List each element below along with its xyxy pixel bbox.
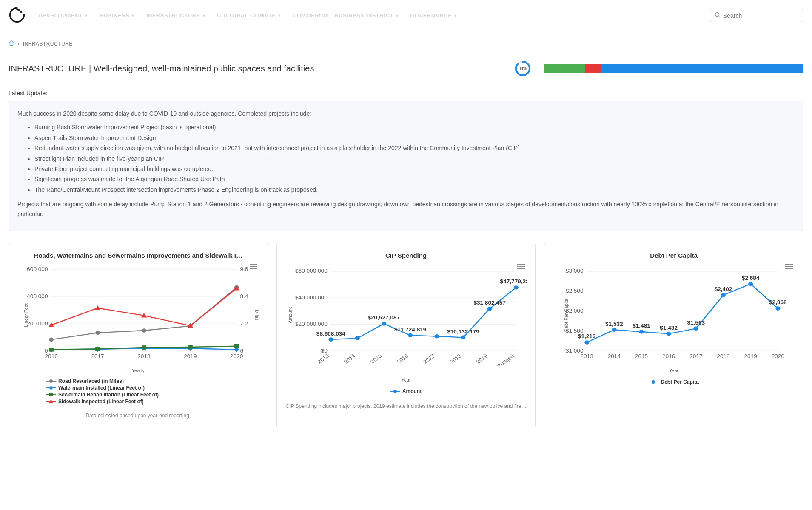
update-outro: Projects that are ongoing with some dela… [17, 199, 795, 219]
header: DEVELOPMENT▾ BUSINESS▾ INFRASTRUCTURE▾ C… [0, 0, 812, 31]
update-bullet: Burning Bush Stormwater Improvement Proj… [34, 123, 795, 132]
chart-card-debt: Debt Per Capita Debt Per Capita $1 000$1… [544, 244, 803, 427]
legend-item: Road Resurfaced (in Miles) [46, 378, 260, 384]
svg-rect-31 [95, 347, 100, 351]
legend-item: Watermain Installed (Linear Feet of) [46, 385, 260, 391]
update-bullet: Aspen Trails Stormwater Improvement Desi… [34, 133, 795, 142]
svg-point-25 [49, 337, 54, 342]
chart-title-cip: CIP Spending [285, 252, 528, 259]
svg-text:2015: 2015 [369, 353, 383, 365]
chevron-down-icon: ▾ [85, 13, 88, 18]
nav-governance[interactable]: GOVERNANCE▾ [410, 12, 457, 19]
search-input[interactable] [723, 12, 799, 19]
progress-donut: 86% [514, 60, 531, 77]
svg-text:$2,402: $2,402 [715, 286, 732, 292]
chart-legend-debt: Debt Per Capita [552, 378, 795, 386]
x-axis-label-cip: Year [285, 377, 528, 382]
breadcrumb-current: INFRASTRUCTURE [23, 41, 73, 47]
x-axis-label-debt: Year [552, 368, 795, 373]
nav-commercial-business-district[interactable]: COMMERCIAL BUSINESS DISTRICT▾ [293, 12, 398, 19]
svg-text:$3 000: $3 000 [566, 268, 584, 274]
chart-legend-cip: Amount [285, 387, 528, 395]
svg-point-0 [20, 11, 22, 13]
legend-item: Amount [390, 388, 422, 394]
chart-footer-roads: Data collected based upon year-end repor… [17, 412, 260, 419]
svg-text:2017: 2017 [91, 353, 104, 359]
svg-text:2016: 2016 [662, 353, 675, 359]
svg-text:$1,481: $1,481 [633, 323, 651, 329]
nav-cultural-climate[interactable]: CULTURAL CLIMATE▾ [217, 12, 280, 19]
svg-text:2018: 2018 [137, 353, 150, 359]
svg-text:2020: 2020 [230, 353, 243, 359]
y-axis-label-cip: Amount [288, 307, 293, 323]
chevron-down-icon: ▾ [454, 13, 457, 18]
svg-text:2014: 2014 [342, 353, 356, 365]
home-icon[interactable] [9, 40, 14, 47]
chart-area-roads: Linear Feet Miles 0200 000400 000600 000… [17, 264, 260, 366]
svg-point-67 [514, 285, 519, 290]
svg-point-61 [355, 336, 359, 340]
svg-text:$10,132,179: $10,132,179 [447, 328, 479, 334]
svg-point-97 [585, 340, 590, 345]
progress-percent: 86% [519, 66, 527, 71]
svg-rect-32 [142, 345, 146, 350]
chart-card-cip: CIP Spending Amount $0$20 000 000$40 000… [276, 244, 536, 427]
svg-text:$2 500: $2 500 [566, 288, 584, 294]
charts-row: Roads, Watermains and Sewermains Improve… [9, 244, 803, 427]
svg-point-102 [721, 293, 726, 297]
chart-area-cip: Amount $0$20 000 000$40 000 000$60 000 0… [285, 264, 528, 366]
svg-text:$8,608,034: $8,608,034 [316, 331, 345, 336]
svg-text:2019: 2019 [184, 353, 197, 359]
chevron-down-icon: ▾ [396, 13, 399, 18]
legend-item: Sewermain Rehabilitation (Linear Feet of… [46, 392, 260, 398]
svg-point-1 [715, 13, 719, 17]
search-box[interactable] [710, 9, 803, 22]
status-segment [601, 64, 803, 73]
main-nav: DEVELOPMENT▾ BUSINESS▾ INFRASTRUCTURE▾ C… [38, 12, 710, 19]
svg-text:2016: 2016 [395, 353, 409, 365]
svg-text:2019: 2019 [744, 353, 757, 359]
svg-text:2019: 2019 [475, 353, 489, 365]
svg-text:2020: 2020 [772, 353, 784, 359]
nav-business[interactable]: BUSINESS▾ [100, 12, 134, 19]
chevron-down-icon: ▾ [132, 13, 134, 18]
svg-text:2018: 2018 [717, 353, 730, 359]
breadcrumb-sep: / [18, 41, 20, 47]
svg-point-62 [382, 322, 386, 326]
svg-point-60 [328, 337, 333, 342]
page-title: INFRASTRUCTURE | Well-designed, well-mai… [9, 64, 501, 74]
svg-point-104 [776, 306, 781, 311]
breadcrumb: / INFRASTRUCTURE [9, 40, 803, 47]
svg-text:200 000: 200 000 [27, 320, 48, 326]
svg-text:400 000: 400 000 [27, 293, 48, 299]
latest-update-label: Latest Update: [9, 90, 803, 97]
chart-title-roads: Roads, Watermains and Sewermains Improve… [17, 252, 260, 259]
svg-point-101 [694, 326, 698, 331]
update-intro: Much success in 2020 despite some delay … [17, 109, 795, 118]
svg-text:2020 (Budget): 2020 (Budget) [483, 353, 515, 366]
chart-title-debt: Debt Per Capita [552, 252, 795, 259]
chart-card-roads: Roads, Watermains and Sewermains Improve… [9, 244, 268, 427]
search-icon [715, 12, 721, 19]
svg-text:$11,724,819: $11,724,819 [394, 327, 426, 333]
nav-development[interactable]: DEVELOPMENT▾ [38, 12, 88, 19]
svg-point-63 [408, 333, 413, 338]
update-bullet: Private Fiber project connecting municip… [34, 164, 795, 174]
svg-text:$1 000: $1 000 [566, 348, 584, 353]
y-axis-label-debt: Debt Per Capita [564, 299, 569, 332]
svg-point-103 [749, 282, 753, 286]
logo[interactable] [9, 6, 26, 25]
nav-infrastructure[interactable]: INFRASTRUCTURE▾ [146, 12, 205, 19]
svg-text:$1,563: $1,563 [687, 319, 705, 325]
svg-text:8.4: 8.4 [240, 293, 248, 299]
chevron-down-icon: ▾ [203, 13, 205, 18]
svg-rect-34 [234, 344, 239, 348]
update-bullets: Burning Bush Stormwater Improvement Proj… [34, 123, 795, 194]
svg-rect-30 [49, 348, 54, 352]
svg-point-98 [612, 328, 617, 332]
svg-text:7.2: 7.2 [240, 320, 248, 326]
svg-point-27 [142, 328, 146, 333]
svg-text:0: 0 [45, 348, 48, 353]
svg-text:2017: 2017 [422, 353, 436, 365]
svg-point-114 [652, 380, 655, 384]
